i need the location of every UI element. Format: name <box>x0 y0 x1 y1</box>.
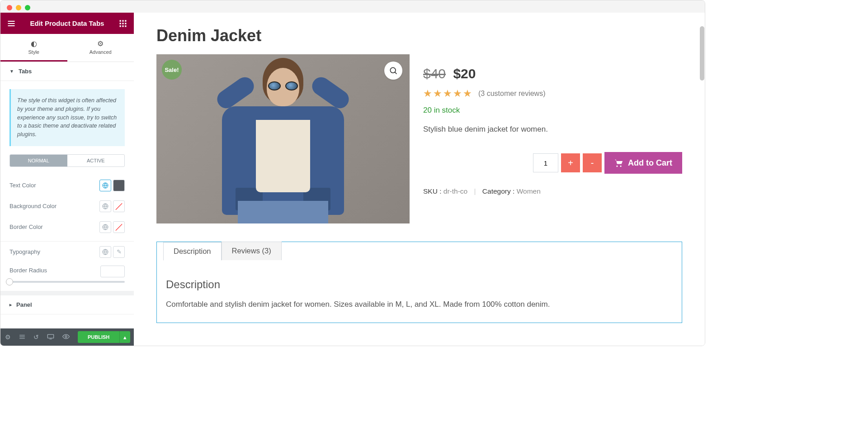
product-info: $40 $20 ★★★★★ (3 customer reviews) 20 in… <box>423 54 682 223</box>
svg-rect-6 <box>119 23 121 24</box>
slider-thumb[interactable] <box>6 278 13 285</box>
product-title: Denim Jacket <box>156 26 682 45</box>
price-row: $40 $20 <box>423 66 682 81</box>
border-radius-label: Border Radius <box>9 267 47 274</box>
text-color-global-icon[interactable] <box>99 180 111 191</box>
data-panel-title: Description <box>166 278 673 291</box>
responsive-icon[interactable] <box>47 333 54 341</box>
svg-rect-8 <box>125 23 126 24</box>
window-controls <box>7 5 30 10</box>
text-color-swatch[interactable] <box>113 180 125 191</box>
gear-icon: ⚙ <box>97 39 104 48</box>
editor-top-tabs: ◐ Style ⚙ Advanced <box>0 34 134 62</box>
border-color-swatch[interactable] <box>113 221 125 233</box>
background-color-swatch[interactable] <box>113 200 125 212</box>
data-tab-panel: Description Comfortable and stylish deni… <box>157 260 682 323</box>
product-top-section: Sale! <box>156 54 682 223</box>
stock-indicator: 20 in stock <box>423 106 682 115</box>
category-value[interactable]: Women <box>517 187 541 195</box>
history-icon[interactable]: ↺ <box>33 333 39 341</box>
svg-rect-3 <box>119 20 121 21</box>
svg-rect-10 <box>122 25 123 27</box>
svg-rect-4 <box>122 20 123 21</box>
main-scrollbar[interactable] <box>700 26 704 328</box>
zoom-icon[interactable] <box>384 62 402 80</box>
data-panel-content: Comfortable and stylish denim jacket for… <box>166 300 673 309</box>
window-maximize-icon[interactable] <box>25 5 30 10</box>
svg-rect-5 <box>125 20 126 21</box>
text-color-label: Text Color <box>9 182 36 189</box>
main-canvas: Denim Jacket Sale! <box>134 13 705 346</box>
svg-rect-9 <box>119 25 121 27</box>
settings-icon[interactable]: ⚙ <box>5 333 11 341</box>
product-data-tabs: Description Reviews (3) Description Comf… <box>156 242 682 323</box>
quantity-plus-button[interactable]: + <box>561 153 580 172</box>
section-tabs-label: Tabs <box>19 68 32 75</box>
product-image[interactable]: Sale! <box>156 54 410 223</box>
background-color-label: Background Color <box>9 203 57 209</box>
border-radius-input[interactable] <box>100 266 125 277</box>
sidebar-header: Edit Product Data Tabs <box>0 13 134 34</box>
reviews-link[interactable]: (3 customer reviews) <box>478 90 545 98</box>
price-old: $40 <box>423 66 446 81</box>
svg-line-24 <box>395 72 396 74</box>
border-color-row: Border Color <box>0 217 134 238</box>
preview-icon[interactable] <box>62 333 70 341</box>
window-close-icon[interactable] <box>7 5 12 10</box>
product-meta: SKU : dr-th-co | Category : Women <box>423 187 682 195</box>
price-new: $20 <box>453 66 476 81</box>
border-color-global-icon[interactable] <box>99 221 111 233</box>
data-tabs-list: Description Reviews (3) <box>157 242 682 260</box>
scrollbar-thumb[interactable] <box>700 26 704 81</box>
short-description: Stylish blue denim jacket for women. <box>423 125 682 134</box>
tab-advanced[interactable]: ⚙ Advanced <box>67 34 134 62</box>
add-to-cart-label: Add to Cart <box>628 158 672 168</box>
state-tab-normal[interactable]: Normal <box>10 155 67 166</box>
info-note: The style of this widget is often affect… <box>9 89 125 146</box>
typography-row: Typography ✎ <box>0 242 134 262</box>
svg-point-22 <box>65 336 67 337</box>
section-panel-label: Panel <box>16 301 32 308</box>
tab-style-label: Style <box>28 49 39 55</box>
sku-label: SKU : <box>423 187 441 195</box>
product-figure <box>202 54 364 223</box>
publish-options-button[interactable]: ▴ <box>119 331 130 343</box>
section-tabs-toggle[interactable]: ▼ Tabs <box>0 62 134 81</box>
state-tabs: Normal Active <box>9 154 125 167</box>
cart-icon <box>614 159 623 167</box>
sale-badge: Sale! <box>162 60 182 80</box>
menu-icon[interactable] <box>7 19 16 28</box>
widgets-grid-icon[interactable] <box>118 19 127 28</box>
background-color-row: Background Color <box>0 196 134 217</box>
svg-rect-20 <box>47 334 53 338</box>
border-radius-slider-row <box>0 274 134 291</box>
publish-button[interactable]: Publish <box>78 331 119 343</box>
tab-style[interactable]: ◐ Style <box>0 34 67 62</box>
background-color-global-icon[interactable] <box>99 200 111 212</box>
data-tab-reviews[interactable]: Reviews (3) <box>222 242 282 260</box>
typography-label: Typography <box>9 248 40 255</box>
rating-row: ★★★★★ (3 customer reviews) <box>423 88 682 100</box>
cart-controls: + - Add to Cart <box>423 152 682 174</box>
data-tab-description[interactable]: Description <box>163 242 222 261</box>
state-tab-active[interactable]: Active <box>67 155 125 166</box>
caret-down-icon: ▼ <box>9 69 14 74</box>
border-color-label: Border Color <box>9 223 43 230</box>
border-radius-slider[interactable] <box>9 281 125 283</box>
window-minimize-icon[interactable] <box>16 5 21 10</box>
add-to-cart-button[interactable]: Add to Cart <box>604 152 682 174</box>
category-label: Category : <box>482 187 515 195</box>
typography-global-icon[interactable] <box>99 246 111 258</box>
quantity-minus-button[interactable]: - <box>583 153 602 172</box>
svg-point-23 <box>390 67 396 73</box>
sidebar-title: Edit Product Data Tabs <box>30 19 104 27</box>
tab-advanced-label: Advanced <box>90 49 112 55</box>
stars-icon: ★★★★★ <box>423 88 472 100</box>
section-panel-toggle[interactable]: ▸ Panel <box>0 295 134 314</box>
contrast-icon: ◐ <box>31 39 37 48</box>
navigator-icon[interactable] <box>19 333 25 341</box>
sidebar-footer: ⚙ ↺ Publish ▴ <box>0 328 134 346</box>
typography-edit-icon[interactable]: ✎ <box>113 246 125 258</box>
svg-rect-7 <box>122 23 123 24</box>
quantity-input[interactable] <box>533 153 558 172</box>
